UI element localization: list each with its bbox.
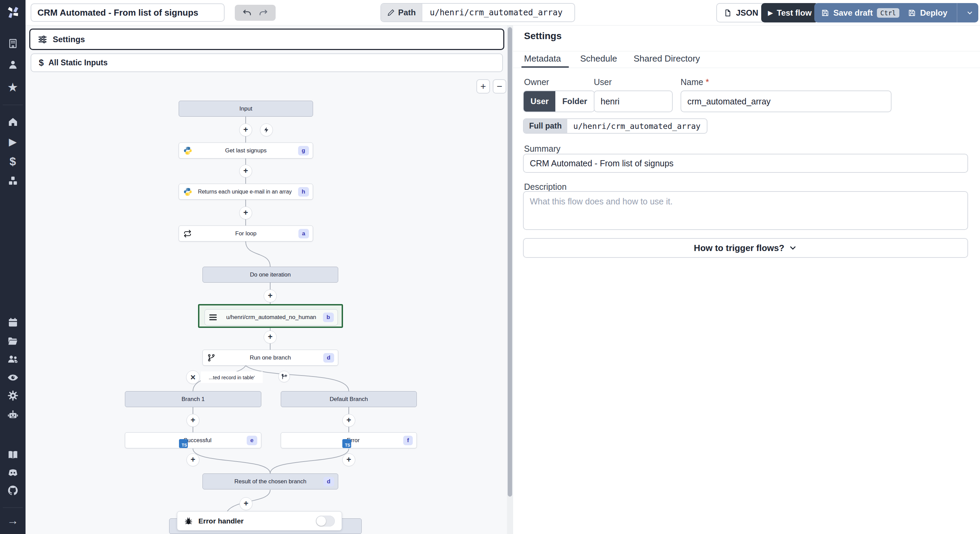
groups-icon[interactable]: [7, 353, 19, 365]
resources-boxes-icon[interactable]: [8, 175, 18, 186]
expand-sidebar-arrow-icon[interactable]: →: [7, 515, 19, 526]
bug-icon: [184, 517, 193, 526]
docs-book-icon[interactable]: [7, 449, 19, 461]
flow-node-do-one-iteration[interactable]: Do one iteration: [202, 267, 338, 283]
branch-icon: [207, 354, 215, 362]
runs-play-icon[interactable]: ▶: [9, 137, 17, 147]
flow-node-for-loop[interactable]: For loop a: [179, 226, 313, 242]
file-icon: [724, 9, 732, 17]
flow-node-branch-1[interactable]: Branch 1: [125, 391, 261, 407]
flow-name-input[interactable]: [681, 91, 891, 112]
workspace-icon[interactable]: [8, 38, 18, 49]
flow-node-get-signups[interactable]: Get last signups g: [179, 143, 313, 159]
summary-input[interactable]: [523, 154, 968, 173]
workers-robot-icon[interactable]: [7, 409, 19, 421]
name-label: Name *: [681, 77, 709, 87]
variables-dollar-icon[interactable]: $: [10, 156, 16, 167]
windmill-logo[interactable]: [5, 5, 21, 21]
kbd-ctrl: Ctrl: [877, 8, 899, 18]
zoom-in-button[interactable]: +: [476, 79, 490, 94]
flow-node-unique-emails[interactable]: Returns each unique e-mail in an array h: [179, 184, 313, 200]
audit-eye-icon[interactable]: [7, 372, 19, 383]
topbar: Path u/henri/crm_automated_array JSON ▶ …: [25, 0, 980, 25]
summary-label: Summary: [524, 144, 560, 154]
home-icon[interactable]: [8, 116, 18, 127]
path-label: Path: [398, 8, 416, 17]
remove-branch-button[interactable]: ×: [186, 370, 200, 384]
owner-folder-option[interactable]: Folder: [555, 91, 594, 111]
tab-shared-directory[interactable]: Shared Directory: [633, 53, 700, 64]
error-handler-node[interactable]: Error handler: [177, 511, 342, 531]
flow-list-icon: [209, 315, 217, 320]
play-icon: ▶: [768, 9, 773, 17]
discord-icon[interactable]: [7, 467, 19, 478]
add-step-button[interactable]: +: [239, 207, 252, 219]
add-branch-button[interactable]: [278, 371, 290, 382]
flow-node-default-branch[interactable]: Default Branch: [281, 391, 417, 407]
undo-button[interactable]: [242, 8, 252, 18]
typescript-icon: TS: [342, 439, 351, 448]
add-step-button[interactable]: +: [264, 289, 277, 302]
save-icon: [908, 9, 916, 17]
owner-kind-segmented: User Folder: [523, 91, 595, 112]
canvas-scrollbar[interactable]: [507, 25, 513, 534]
sliders-icon: [38, 35, 47, 44]
add-step-button[interactable]: +: [264, 331, 277, 343]
flow-node-error[interactable]: TS Error f: [281, 432, 417, 448]
settings-box-label: Settings: [53, 35, 85, 44]
lightning-icon: [263, 127, 270, 134]
dollar-icon: $: [39, 57, 43, 68]
schedules-calendar-icon[interactable]: [8, 317, 18, 328]
owner-label: Owner: [524, 77, 549, 87]
tab-schedule[interactable]: Schedule: [580, 53, 617, 64]
json-button[interactable]: JSON: [716, 3, 765, 22]
flow-node-successful[interactable]: TS Successful e: [125, 432, 261, 448]
flow-settings-box[interactable]: Settings: [29, 29, 504, 50]
close-icon: ×: [190, 373, 195, 381]
add-step-button[interactable]: +: [342, 453, 355, 466]
selected-node-outline: u/henri/crm_automated_no_human b: [198, 304, 343, 328]
zoom-out-button[interactable]: −: [493, 79, 506, 94]
python-icon: [183, 146, 192, 155]
add-step-button[interactable]: +: [239, 124, 252, 137]
redo-button[interactable]: [259, 8, 268, 18]
save-icon: [821, 9, 829, 17]
scrollbar-thumb[interactable]: [508, 27, 512, 497]
github-icon[interactable]: [7, 485, 19, 496]
step-id-badge: e: [247, 436, 257, 445]
add-step-button[interactable]: +: [186, 453, 199, 466]
flow-canvas[interactable]: Settings $ All Static Inputs + − Input +…: [25, 25, 513, 534]
deploy-button[interactable]: Deploy: [901, 3, 978, 22]
flow-node-subflow[interactable]: u/henri/crm_automated_no_human b: [205, 309, 338, 326]
deploy-dropdown-button[interactable]: [961, 9, 978, 17]
test-flow-button[interactable]: ▶ Test flow: [761, 3, 818, 22]
flow-summary-input[interactable]: [30, 3, 224, 22]
flow-node-result[interactable]: Result of the chosen branch d: [202, 474, 338, 490]
all-static-inputs-box[interactable]: $ All Static Inputs: [30, 53, 503, 72]
add-step-button[interactable]: +: [239, 165, 252, 178]
error-handler-toggle[interactable]: [316, 516, 335, 526]
add-step-button[interactable]: +: [240, 497, 253, 510]
favorites-star-icon[interactable]: ★: [7, 81, 18, 94]
flow-node-input[interactable]: Input: [179, 101, 313, 117]
tab-metadata[interactable]: Metadata: [524, 53, 561, 64]
how-to-trigger-flows-button[interactable]: How to trigger flows?: [523, 238, 968, 258]
description-textarea[interactable]: [523, 191, 968, 230]
sidebar-divider: [3, 507, 23, 508]
user-label: User: [594, 77, 612, 87]
add-step-button[interactable]: +: [186, 414, 199, 427]
user-icon[interactable]: [8, 59, 18, 70]
add-step-button[interactable]: +: [342, 414, 355, 427]
sidebar: ★ ▶ $: [0, 0, 25, 534]
folders-icon[interactable]: [8, 336, 18, 346]
flow-node-run-one-branch[interactable]: Run one branch d: [202, 350, 338, 366]
trigger-lightning-button[interactable]: [260, 124, 273, 137]
undo-redo-group: [235, 5, 275, 21]
typescript-icon: TS: [179, 439, 188, 448]
button-divider: [957, 3, 957, 22]
step-id-badge: f: [403, 436, 413, 445]
settings-gear-icon[interactable]: [7, 390, 19, 401]
owner-user-option[interactable]: User: [524, 91, 555, 111]
path-pill[interactable]: Path u/henri/crm_automated_array: [380, 3, 575, 22]
owner-user-input[interactable]: [594, 91, 673, 112]
